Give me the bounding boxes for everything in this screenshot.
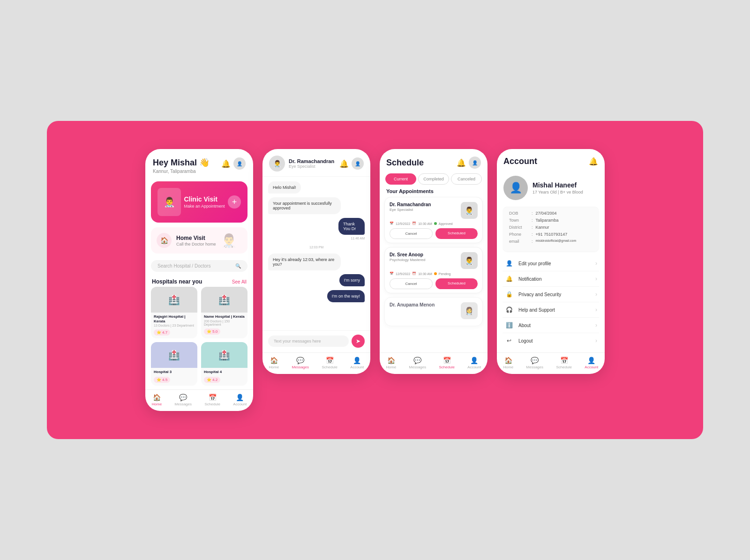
- account-profile: 👤 Mishal Haneef 17 Years Old | B+ ve Blo…: [497, 171, 605, 207]
- bell-icon[interactable]: 🔔: [221, 159, 231, 168]
- hospital-card-2[interactable]: 🏥 Name Hospital | Kerala 200 Doctors | 1…: [201, 287, 248, 338]
- appt-date-2: 12/5/2022: [396, 272, 410, 276]
- star-icon-3: ⭐: [157, 378, 161, 382]
- sched-header-icons: 🔔 👤: [457, 157, 481, 169]
- sched-messages-icon: 💬: [413, 357, 421, 364]
- sched-nav-schedule[interactable]: 📅Schedule: [439, 357, 454, 369]
- nav-messages-label: Messages: [175, 402, 192, 406]
- hospital-card-4[interactable]: 🏥 Hospital 4 ⭐4.2: [201, 342, 248, 386]
- appt-meta-2: 📅 12/5/2022 ⏰ 10:30 AM Pending: [390, 272, 478, 276]
- acct-nav-home[interactable]: 🏠Home: [503, 357, 513, 369]
- msg-nav-home[interactable]: 🏠Home: [269, 357, 279, 369]
- appointments-list: Dr. Ramachandran Eye Specialist 👨‍⚕️ 📅 1…: [380, 197, 488, 352]
- appt-doc-name-2: Dr. Sree Anoop: [390, 252, 425, 257]
- notification-label: Notification: [518, 276, 591, 282]
- appointment-card-3: Dr. Anupama Menon 👩‍⚕️: [384, 297, 483, 326]
- doctor-specialty: Eye Specialist: [289, 164, 334, 169]
- menu-item-help-support[interactable]: 🎧 Help and Support ›: [502, 302, 599, 318]
- acct-nav-schedule[interactable]: 📅Schedule: [556, 357, 571, 369]
- nav-account[interactable]: 👤Account: [233, 394, 247, 406]
- detail-row-email: email : misldroidofficial@gmail.com: [509, 239, 592, 244]
- search-bar[interactable]: Search Hospital / Doctors 🔍: [151, 260, 248, 272]
- nav-schedule[interactable]: 📅Schedule: [204, 394, 220, 406]
- msg-nav-messages[interactable]: 💬Messages: [292, 357, 309, 369]
- hospital-grid: 🏥 Rajagiri Hospital | Kerala 13 Doctors …: [145, 287, 253, 389]
- clinic-visit-card[interactable]: 👨‍⚕️ Clinic Visit Make an Appointment +: [151, 181, 248, 223]
- chat-input-area: Text your messages here ➤: [262, 330, 370, 352]
- tab-canceled[interactable]: Canceled: [451, 173, 482, 185]
- help-support-label: Help and Support: [518, 307, 591, 313]
- hospital-card-1[interactable]: 🏥 Rajagiri Hospital | Kerala 13 Doctors …: [151, 287, 197, 338]
- clinic-plus-button[interactable]: +: [228, 195, 241, 209]
- hospital-card-3[interactable]: 🏥 Hospital 3 ⭐4.5: [151, 342, 197, 386]
- hospital-info-4: Hospital 4 ⭐4.2: [201, 368, 248, 386]
- detail-row-town: Town : Taliparamba: [509, 218, 592, 223]
- doctor-info: 👨‍⚕️ Dr. Ramachandran Eye Specialist: [269, 156, 334, 172]
- account-screen: Account 🔔 👤 Mishal Haneef 17 Years Old |…: [497, 149, 605, 374]
- menu-item-about[interactable]: ℹ️ About ›: [502, 318, 599, 333]
- msg-bell-icon[interactable]: 🔔: [339, 159, 349, 168]
- msg-nav-schedule[interactable]: 📅Schedule: [322, 357, 337, 369]
- about-icon: ℹ️: [504, 322, 514, 329]
- chat-time-1: 11:46 AM: [351, 237, 365, 240]
- acct-nav-messages[interactable]: 💬Messages: [526, 357, 543, 369]
- town-value: Taliparamba: [536, 218, 559, 223]
- tab-current[interactable]: Current: [385, 173, 416, 185]
- sched-bell-icon[interactable]: 🔔: [457, 158, 466, 167]
- tab-completed[interactable]: Completed: [418, 173, 449, 185]
- hospital-image-1: 🏥: [151, 287, 197, 313]
- appt-meta-1: 📅 12/5/2022 ⏰ 10:30 AM Approved: [390, 222, 478, 225]
- menu-item-privacy-security[interactable]: 🔒 Privacy and Security ›: [502, 287, 599, 302]
- msg-bottom-nav: 🏠Home 💬Messages 📅Schedule 👤Account: [262, 352, 370, 374]
- home-visit-card[interactable]: 🏠 Home Visit Call the Doctor home 👨‍⚕️: [151, 227, 248, 254]
- menu-item-logout[interactable]: ↩ Logout ›: [502, 333, 599, 348]
- acct-nav-account[interactable]: 👤Account: [585, 357, 598, 369]
- avatar[interactable]: 👤: [233, 157, 246, 170]
- appt-schedule-btn-1[interactable]: Scheduled: [435, 228, 478, 239]
- msg-user-avatar: 👤: [352, 157, 364, 170]
- about-label: About: [518, 323, 591, 328]
- logout-label: Logout: [518, 338, 591, 343]
- chat-msg-5: Hey it's already 12:03, where are you?: [268, 254, 341, 270]
- appt-schedule-btn-2[interactable]: Scheduled: [435, 278, 478, 289]
- chat-msg-3: Thank You Dr: [338, 218, 365, 235]
- search-icon: 🔍: [235, 263, 241, 269]
- appt-actions-1: Cancel Scheduled: [390, 228, 478, 239]
- menu-item-notification[interactable]: 🔔 Notification ›: [502, 271, 599, 287]
- district-value: Kannur: [536, 225, 549, 230]
- privacy-security-arrow: ›: [595, 291, 597, 298]
- notification-icon: 🔔: [504, 276, 514, 282]
- greeting-block: Hey Mishal 👋 Kannur, Taliparamba: [153, 157, 210, 174]
- edit-profile-arrow: ›: [595, 260, 597, 267]
- appt-doc-img-1: 👨‍⚕️: [461, 202, 478, 219]
- nav-home[interactable]: 🏠Home: [152, 394, 162, 406]
- appt-doc-name-3: Dr. Anupama Menon: [390, 302, 435, 307]
- clock-icon-1: ⏰: [412, 222, 416, 225]
- dob-label: DOB: [509, 211, 529, 216]
- home-nav-icon: 🏠: [153, 394, 161, 401]
- appt-cancel-btn-2[interactable]: Cancel: [390, 278, 433, 289]
- clinic-card-title: Clinic Visit: [184, 195, 225, 203]
- detail-row-phone: Phone : +91 7510793147: [509, 232, 592, 237]
- sched-nav-account[interactable]: 👤Account: [467, 357, 481, 369]
- see-all-link[interactable]: See All: [232, 279, 247, 284]
- appt-time-1: 10:30 AM: [418, 222, 432, 225]
- msg-nav-account[interactable]: 👤Account: [350, 357, 364, 369]
- acct-bell-icon[interactable]: 🔔: [589, 157, 598, 166]
- chat-input[interactable]: Text your messages here: [268, 336, 349, 347]
- hospital-rating-1: ⭐ 4.7: [154, 329, 170, 336]
- account-header: Account 🔔: [497, 149, 605, 171]
- outer-background: Hey Mishal 👋 Kannur, Taliparamba 🔔 👤 👨‍⚕…: [47, 121, 703, 439]
- menu-item-edit-profile[interactable]: 👤 Edit your profile ›: [502, 256, 599, 271]
- hospital-image-4: 🏥: [201, 342, 248, 368]
- cal-icon-1: 📅: [390, 222, 394, 225]
- nav-home-label: Home: [152, 402, 162, 406]
- home-header: Hey Mishal 👋 Kannur, Taliparamba 🔔 👤: [145, 149, 253, 177]
- chat-msg-6: I'm sorry: [339, 274, 365, 286]
- nav-messages[interactable]: 💬Messages: [175, 394, 192, 406]
- sched-nav-home[interactable]: 🏠Home: [386, 357, 396, 369]
- send-button[interactable]: ➤: [352, 335, 365, 348]
- appt-cancel-btn-1[interactable]: Cancel: [390, 228, 433, 239]
- sched-nav-messages[interactable]: 💬Messages: [409, 357, 426, 369]
- district-label: District: [509, 225, 529, 230]
